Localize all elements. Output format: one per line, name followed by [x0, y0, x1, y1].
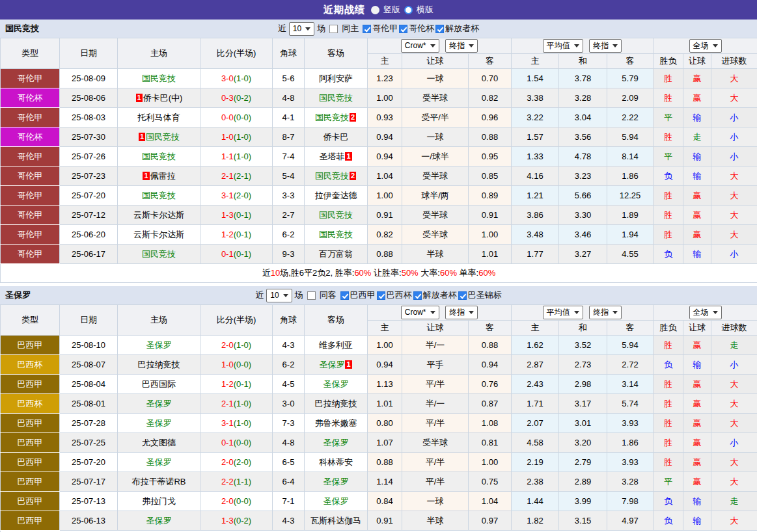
corner-score: 3-0 — [273, 394, 305, 414]
summary-part: 近 — [262, 268, 271, 278]
match-row: 哥伦杯25-08-061侨卡巴(中)0-3(0-2)4-8国民竞技1.00受半球… — [1, 88, 757, 108]
odds-value-0: 0.91 — [368, 206, 402, 225]
halftime-score: (0-2) — [234, 516, 251, 525]
home-team: 圣保罗 — [118, 453, 200, 472]
odds-value-0: 0.82 — [368, 225, 402, 245]
goals-result: 大 — [711, 394, 757, 414]
odds-time-select[interactable]: 终指 — [445, 39, 478, 53]
radio-horizontal[interactable] — [404, 6, 413, 14]
league-badge: 巴西甲 — [1, 511, 60, 531]
sub-header-odds-home: 主 — [368, 54, 402, 69]
match-date: 25-08-04 — [60, 375, 118, 394]
league-checkbox-label: 巴西甲 — [350, 289, 376, 301]
away-team: 国民竞技 — [305, 225, 368, 245]
league-badge: 哥伦甲 — [1, 206, 60, 225]
avg-odds-value-2: 1.86 — [607, 433, 654, 453]
away-team: 国民竞技2 — [305, 108, 368, 127]
avg-odds-value-0: 4.58 — [512, 433, 559, 453]
avg-odds-value-2: 3.28 — [607, 472, 654, 492]
odds-value-1: 平/半 — [402, 375, 469, 394]
team-name: 弗鲁米嫩塞 — [315, 418, 357, 428]
winloss-result: 胜 — [654, 453, 683, 472]
avg-odds-value-1: 5.66 — [559, 186, 607, 206]
same-venue-checkbox[interactable] — [329, 25, 338, 33]
halftime-score: (1-0) — [234, 418, 251, 428]
avg-source-select[interactable]: 平均值 — [543, 39, 583, 53]
away-team: 阿利安萨 — [305, 69, 368, 88]
league-checkbox[interactable] — [435, 25, 444, 33]
avg-source-select[interactable]: 平均值 — [543, 306, 583, 319]
odds-group-header: Crow* 终指 — [368, 305, 512, 321]
home-team: 圣保罗 — [118, 511, 200, 531]
summary-part: 单率: — [457, 268, 478, 278]
corner-score: 4-3 — [273, 511, 305, 531]
match-count-select[interactable]: 10 — [289, 22, 314, 36]
corner-score: 4-3 — [273, 336, 305, 355]
team-name: 国民竞技 — [319, 210, 353, 220]
match-date: 25-08-10 — [60, 336, 118, 355]
fulltime-score: 1-2 — [221, 230, 234, 239]
handicap-result: 赢 — [683, 336, 711, 355]
team-name: 圣保罗 — [146, 340, 172, 350]
away-team: 拉伊奎达德 — [305, 186, 368, 206]
games-label: 场 — [317, 23, 325, 34]
league-checkbox[interactable] — [413, 291, 422, 300]
odds-value-1: 一球 — [402, 127, 469, 147]
odds-value-2: 0.87 — [469, 394, 512, 414]
odds-value-2: 1.04 — [469, 492, 512, 511]
odds-source-select[interactable]: Crow* — [401, 306, 439, 319]
period-select[interactable]: 全场 — [689, 306, 722, 319]
goals-result: 大 — [711, 375, 757, 394]
col-header-type: 类型 — [1, 305, 60, 336]
same-venue-checkbox[interactable] — [307, 291, 316, 300]
winloss-result: 负 — [654, 355, 683, 375]
odds-value-2: 0.85 — [469, 166, 512, 186]
match-count-select[interactable]: 10 — [266, 289, 292, 302]
halftime-score: (0-0) — [234, 496, 251, 506]
match-score: 1-1(1-0) — [200, 147, 273, 166]
avg-odds-value-0: 3.38 — [512, 88, 559, 108]
avg-time-select[interactable]: 终指 — [589, 306, 622, 319]
match-row: 哥伦甲25-07-26国民竞技1-1(1-0)7-4圣塔菲10.94一/球半0.… — [1, 147, 757, 166]
avg-time-select[interactable]: 终指 — [589, 39, 622, 53]
avg-odds-value-1: 2.98 — [559, 375, 607, 394]
odds-value-1: 受半球 — [402, 433, 469, 453]
avg-group-header: 平均值 终指 — [512, 38, 654, 54]
col-header-home: 主场 — [118, 38, 200, 69]
goals-result: 大 — [711, 225, 757, 245]
league-checkbox[interactable] — [399, 25, 407, 33]
away-team: 国民竞技 — [305, 88, 368, 108]
winloss-result: 负 — [654, 166, 683, 186]
team-name: 圣保罗 — [146, 418, 172, 428]
goals-result: 小 — [711, 127, 757, 147]
avg-odds-value-1: 3.20 — [559, 433, 607, 453]
team-name: 圣保罗 — [319, 360, 344, 369]
match-score: 0-3(0-2) — [200, 88, 273, 108]
odds-source-select[interactable]: Crow* — [401, 39, 439, 53]
odds-time-select[interactable]: 终指 — [445, 306, 478, 319]
section-header-2: 圣保罗 近 10 场 同客 巴西甲巴西杯解放者杯巴圣锦标 — [0, 286, 757, 304]
league-checkbox[interactable] — [340, 291, 349, 300]
away-team: 圣保罗1 — [305, 355, 368, 375]
team-name: 国民竞技 — [315, 113, 349, 122]
same-venue-label: 同客 — [320, 289, 337, 301]
league-badge: 巴西杯 — [1, 394, 60, 414]
col-header-score: 比分(半场) — [200, 38, 273, 69]
league-checkbox[interactable] — [363, 25, 371, 33]
sub-header-avg-away: 客 — [607, 54, 654, 69]
matches-table-1: 类型 日期 主场 比分(半场) 角球 客场 Crow* 终指 平均值 终指 全场… — [0, 38, 757, 283]
period-select[interactable]: 全场 — [689, 39, 722, 53]
fulltime-score: 0-1 — [221, 438, 234, 447]
league-checkbox[interactable] — [458, 291, 467, 300]
radio-vertical[interactable] — [371, 6, 379, 14]
odds-value-2: 0.75 — [469, 472, 512, 492]
avg-odds-value-0: 2.87 — [512, 355, 559, 375]
col-header-away: 客场 — [305, 38, 368, 69]
red-card-badge: 2 — [350, 172, 356, 180]
corner-score: 7-4 — [273, 147, 305, 166]
corner-score: 4-8 — [273, 88, 305, 108]
goals-result: 大 — [711, 511, 757, 531]
layout-radio-group: 竖版 横版 — [371, 4, 434, 16]
odds-value-2: 0.81 — [469, 433, 512, 453]
league-checkbox[interactable] — [377, 291, 385, 300]
